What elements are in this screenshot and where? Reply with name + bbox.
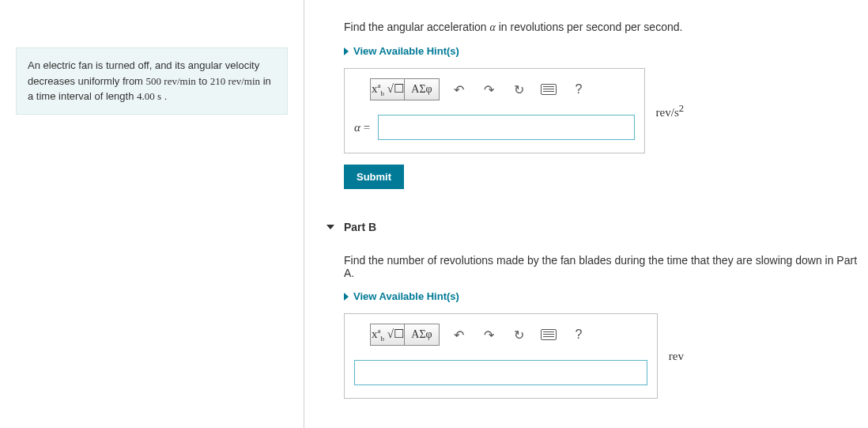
answer-box-b: xab √☐ ΑΣφ ↶ ↷ ↻ ?: [344, 313, 658, 399]
part-a: Find the angular acceleration α in revol…: [344, 16, 860, 189]
unit-label-b: rev: [669, 350, 684, 363]
hints-label: View Available Hint(s): [353, 45, 459, 57]
sqrt-icon: xab √☐: [372, 81, 404, 97]
undo-button[interactable]: ↶: [447, 325, 470, 344]
problem-val3: 4.00 s: [137, 90, 161, 102]
prompt-var: α: [489, 21, 495, 33]
variable-label: α =: [354, 121, 370, 134]
undo-button[interactable]: ↶: [447, 80, 470, 99]
answer-input-a[interactable]: [378, 115, 634, 140]
sqrt-icon: xab √☐: [372, 327, 404, 343]
templates-button[interactable]: xab √☐: [370, 78, 405, 100]
keyboard-button[interactable]: [538, 80, 560, 99]
templates-button[interactable]: xab √☐: [370, 324, 405, 346]
problem-text: to: [196, 75, 210, 87]
prompt-text: Find the angular acceleration: [344, 21, 489, 33]
equation-toolbar-b: xab √☐ ΑΣφ ↶ ↷ ↻ ?: [370, 324, 647, 346]
part-a-prompt: Find the angular acceleration α in revol…: [344, 16, 860, 45]
equation-toolbar: xab √☐ ΑΣφ ↶ ↷ ↻ ?: [370, 78, 635, 100]
redo-button[interactable]: ↷: [477, 325, 500, 344]
prompt-text: in revolutions per second per second.: [496, 21, 683, 33]
answer-box-a: xab √☐ ΑΣφ ↶ ↷ ↻ ? α =: [344, 68, 645, 153]
unit-label-a: rev/s2: [656, 103, 684, 119]
submit-button[interactable]: Submit: [344, 165, 404, 189]
problem-text: .: [161, 90, 167, 102]
redo-button[interactable]: ↷: [477, 80, 500, 99]
part-b-title: Part B: [344, 221, 376, 233]
keyboard-button[interactable]: [538, 325, 560, 344]
part-b: Part B Find the number of revolutions ma…: [344, 221, 860, 399]
keyboard-icon: [541, 84, 557, 95]
caret-right-icon: [344, 293, 349, 301]
caret-down-icon: [326, 225, 334, 229]
problem-statement: An electric fan is turned off, and its a…: [16, 47, 288, 115]
problem-val2: 210 rev/min: [210, 75, 260, 87]
greek-button[interactable]: ΑΣφ: [405, 324, 440, 346]
caret-right-icon: [344, 47, 349, 55]
part-b-prompt: Find the number of revolutions made by t…: [344, 249, 860, 290]
greek-button[interactable]: ΑΣφ: [405, 78, 440, 100]
help-button[interactable]: ?: [568, 80, 590, 99]
view-hints-link-b[interactable]: View Available Hint(s): [344, 290, 459, 302]
problem-val1: 500 rev/min: [146, 75, 196, 87]
view-hints-link[interactable]: View Available Hint(s): [344, 45, 459, 57]
part-b-header[interactable]: Part B: [326, 221, 376, 233]
help-button[interactable]: ?: [568, 325, 590, 344]
answer-input-b[interactable]: [354, 360, 647, 385]
keyboard-icon: [541, 329, 557, 340]
hints-label: View Available Hint(s): [353, 290, 459, 302]
reset-button[interactable]: ↻: [508, 325, 530, 344]
reset-button[interactable]: ↻: [508, 80, 530, 99]
